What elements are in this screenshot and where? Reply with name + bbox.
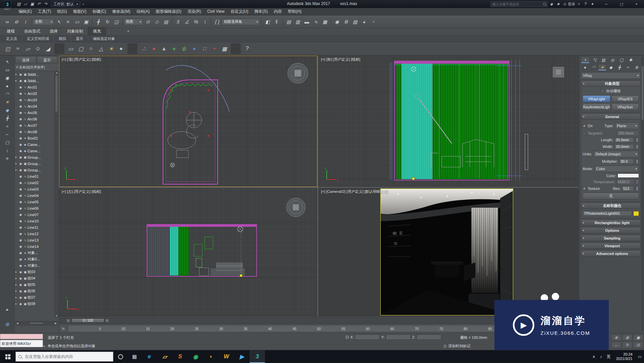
ribbon-tab[interactable]: 填充 bbox=[88, 27, 106, 35]
curve-editor-icon[interactable]: ∿ bbox=[311, 17, 320, 26]
rendered-frame-window-icon[interactable]: ▧ bbox=[351, 17, 360, 26]
visibility-eye-icon[interactable] bbox=[18, 270, 23, 274]
select-and-scale-icon[interactable]: ◲ bbox=[112, 17, 121, 26]
list-item[interactable]: 组06 bbox=[15, 288, 54, 294]
tray-chevron-icon[interactable]: ∧ bbox=[590, 354, 598, 359]
visibility-eye-icon[interactable] bbox=[18, 264, 23, 267]
edge-icon[interactable]: e bbox=[142, 350, 157, 363]
blue-sphere-icon[interactable]: ● bbox=[189, 43, 199, 54]
snap-toggle-3d-icon[interactable]: 3 bbox=[173, 17, 182, 26]
object-color-swatch[interactable] bbox=[633, 211, 639, 216]
red-sphere-icon[interactable]: ● bbox=[149, 43, 159, 54]
ribbon-tab[interactable]: 选择 bbox=[45, 28, 62, 35]
spacewarps-category-icon[interactable]: ≈ bbox=[624, 64, 632, 71]
viewport-label[interactable]: [+] [前] [用户定义] [线框] bbox=[321, 57, 360, 62]
list-item[interactable]: Line13 bbox=[15, 237, 54, 243]
max-logo[interactable]: 3 MAX bbox=[2, 1, 13, 15]
selection-filter-dropdown[interactable]: 全部 bbox=[33, 18, 54, 25]
cameras-category-icon[interactable]: ◆ bbox=[607, 64, 615, 71]
menu-item[interactable]: 动画(A) bbox=[133, 8, 153, 15]
scroll-left-icon[interactable]: ◀ bbox=[16, 322, 18, 325]
select-region-icon[interactable]: ▭ bbox=[3, 66, 12, 74]
file-explorer-icon[interactable]: ▱ bbox=[157, 350, 172, 363]
list-item[interactable]: Line06 bbox=[15, 205, 54, 211]
rollout-header[interactable]: General bbox=[581, 113, 641, 120]
sphere-icon[interactable]: ● bbox=[116, 43, 126, 54]
sogou-input-icon[interactable]: S bbox=[172, 350, 188, 363]
reference-coordinate-dropdown[interactable]: 视图 bbox=[124, 18, 143, 25]
taskbar-clock[interactable]: 20:24 2021/3/21 bbox=[613, 352, 636, 361]
action-center-icon[interactable]: ▭ bbox=[636, 354, 644, 359]
absolute-mode-icon[interactable] bbox=[345, 335, 349, 340]
modify-placement-icon[interactable]: ◰ bbox=[3, 43, 13, 54]
help-icon[interactable]: ? bbox=[583, 1, 589, 7]
firefox-icon[interactable]: ◗ bbox=[203, 350, 219, 363]
list-item[interactable]: 3ddd... bbox=[15, 71, 54, 77]
scatter-icon[interactable]: ∴ bbox=[139, 43, 149, 54]
list-item[interactable]: 3ddd... bbox=[15, 77, 54, 84]
scroll-up-icon[interactable]: ▲ bbox=[55, 71, 59, 74]
named-selection-sets-dropdown[interactable]: 创建选择集 bbox=[222, 18, 260, 25]
autogrid-checkbox[interactable] bbox=[601, 89, 604, 93]
expand-arrow-icon[interactable] bbox=[15, 302, 18, 305]
width-field[interactable]: 20.0mm bbox=[614, 144, 634, 149]
geometry-filter-icon[interactable]: ● bbox=[3, 82, 12, 90]
expand-arrow-icon[interactable] bbox=[15, 156, 18, 159]
menu-item[interactable]: 帮助(H) bbox=[285, 8, 305, 15]
helpers-category-icon[interactable]: ╋ bbox=[615, 64, 624, 71]
maxscript-listener-field[interactable]: 欢迎使用 MAXScr bbox=[0, 340, 43, 347]
align-icon[interactable]: ‖ bbox=[272, 17, 281, 26]
visibility-eye-icon[interactable] bbox=[18, 239, 23, 242]
visibility-eye-icon[interactable] bbox=[18, 86, 23, 89]
visibility-eye-icon[interactable] bbox=[18, 290, 23, 293]
targeted-checkbox[interactable] bbox=[583, 132, 586, 135]
workspace-dropdown[interactable]: 工作区: 默认 bbox=[51, 1, 80, 7]
scroll-down-icon[interactable]: ▼ bbox=[55, 315, 59, 317]
expand-arrow-icon[interactable] bbox=[15, 73, 18, 76]
expand-arrow-icon[interactable] bbox=[15, 79, 18, 82]
building-icon[interactable]: ▦ bbox=[219, 43, 229, 54]
list-item[interactable]: Arc04 bbox=[15, 103, 54, 109]
rollout-header[interactable]: Viewport bbox=[581, 243, 641, 249]
visibility-eye-icon[interactable] bbox=[18, 105, 23, 108]
explorer-horizontal-scrollbar[interactable]: ◀ ▶ bbox=[15, 321, 58, 325]
media-player-icon[interactable]: ▶ bbox=[234, 350, 250, 363]
communication-center-icon[interactable]: ◈ bbox=[549, 1, 555, 7]
scroll-right-icon[interactable]: ▶ bbox=[55, 322, 57, 325]
render-setup-icon[interactable]: ⚙ bbox=[341, 17, 351, 26]
3dsmax-icon[interactable]: 3 bbox=[250, 350, 265, 363]
percent-snap-icon[interactable]: % bbox=[192, 17, 201, 26]
viewport-top[interactable]: [+] [顶] [用户定义] [线框] bbox=[59, 56, 317, 187]
left-viewport-canvas[interactable]: z x bbox=[59, 188, 317, 316]
list-item[interactable]: Arc02 bbox=[15, 90, 54, 97]
explorer-tab[interactable]: 选择 bbox=[15, 56, 36, 64]
x-coordinate-input[interactable] bbox=[355, 334, 380, 340]
rollout-header[interactable]: 名称和颜色 bbox=[581, 203, 641, 209]
settings-icon[interactable]: ≡ bbox=[3, 154, 12, 162]
list-item[interactable]: 组08 bbox=[15, 301, 54, 307]
help-menu-icon[interactable]: ▾ bbox=[589, 1, 596, 7]
visibility-eye-icon[interactable] bbox=[18, 124, 23, 127]
visibility-eye-icon[interactable] bbox=[18, 226, 23, 229]
menu-item[interactable]: 工具(T) bbox=[35, 8, 54, 15]
previous-frame-icon[interactable]: ‹ bbox=[66, 318, 70, 323]
rounded-rectangle-tool-icon[interactable]: ▢ bbox=[76, 43, 86, 54]
visibility-eye-icon[interactable] bbox=[18, 194, 23, 197]
visibility-eye-icon[interactable] bbox=[18, 168, 23, 172]
favorites-icon[interactable]: ★ bbox=[555, 1, 562, 7]
menu-item[interactable]: 渲染(R) bbox=[184, 8, 204, 15]
select-icon[interactable]: ↖ bbox=[3, 58, 12, 66]
texture-none-button[interactable]: 无 bbox=[583, 193, 639, 200]
top-viewport-canvas[interactable]: y x bbox=[59, 56, 317, 187]
list-item[interactable]: Line02 bbox=[15, 179, 54, 186]
expand-strip-icon[interactable]: ▸ bbox=[3, 305, 12, 313]
visibility-eye-icon[interactable] bbox=[18, 258, 23, 261]
close-icon[interactable]: × bbox=[629, 0, 644, 8]
list-item[interactable]: Arc01 bbox=[15, 84, 54, 90]
list-item[interactable]: 组05 bbox=[15, 281, 54, 288]
list-item[interactable]: 对象... bbox=[15, 250, 54, 256]
mode-dropdown[interactable]: Color bbox=[594, 165, 639, 172]
list-item[interactable]: Line12 bbox=[15, 230, 54, 237]
zoom-extents-icon[interactable]: ▣ bbox=[633, 334, 643, 341]
taskbar-search-input[interactable] bbox=[24, 354, 110, 359]
